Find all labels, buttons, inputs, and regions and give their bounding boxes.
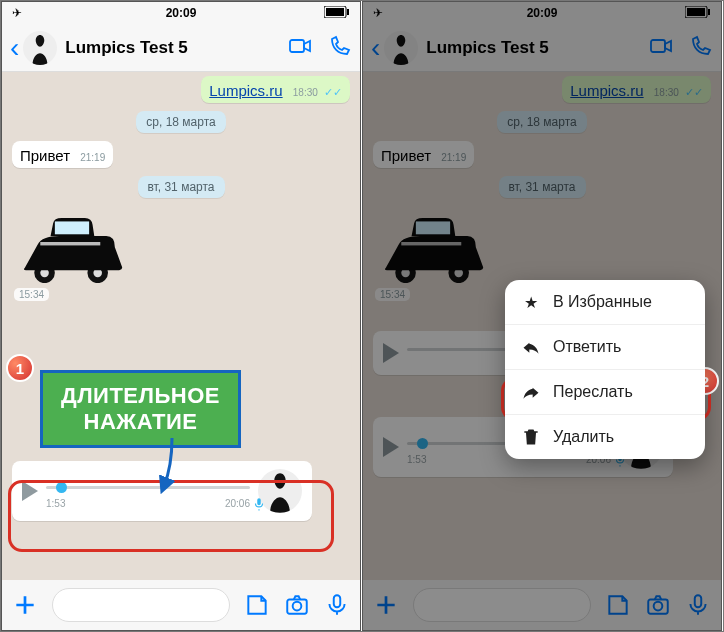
menu-item-forward[interactable]: Переслать	[505, 370, 705, 415]
play-icon[interactable]	[383, 343, 399, 363]
screenshot-step-1: ✈ 20:09 ‹ Lumpics Test 5 Lumpics.ru 18:3…	[1, 1, 361, 631]
status-time: 20:09	[2, 6, 360, 20]
trash-icon	[521, 427, 541, 447]
message-incoming[interactable]: Привет 21:19	[373, 141, 474, 168]
svg-rect-21	[416, 221, 450, 234]
voice-duration: 1:53	[407, 454, 426, 465]
annotation-callout: ДЛИТЕЛЬНОЕНАЖАТИЕ	[40, 370, 241, 448]
chat-input-bar	[2, 580, 360, 630]
back-button[interactable]: ‹	[10, 32, 19, 64]
message-outgoing[interactable]: Lumpics.ru 18:30 ✓✓	[201, 76, 350, 103]
message-time: 18:30	[654, 87, 679, 98]
message-time: 18:30	[293, 87, 318, 98]
svg-rect-8	[55, 221, 89, 234]
sticker-message[interactable]	[373, 206, 493, 286]
forward-icon	[521, 382, 541, 402]
message-text: Привет	[381, 147, 431, 164]
chat-header: ‹ Lumpics Test 5	[2, 24, 360, 72]
voice-call-button[interactable]	[328, 34, 352, 62]
svg-rect-9	[40, 242, 100, 245]
attach-button[interactable]	[12, 592, 38, 618]
star-icon: ★	[521, 292, 541, 312]
menu-label: Переслать	[553, 383, 633, 401]
status-time: 20:09	[363, 6, 721, 20]
message-outgoing[interactable]: Lumpics.ru 18:30 ✓✓	[562, 76, 711, 103]
read-receipt-icon: ✓✓	[324, 86, 342, 98]
screenshot-step-2: ✈ 20:09 ‹ Lumpics Test 5 Lumpics.ru 18:3…	[362, 1, 722, 631]
svg-point-24	[654, 602, 663, 611]
status-bar: ✈ 20:09	[2, 2, 360, 24]
svg-rect-25	[695, 595, 702, 607]
context-menu: ★ В Избранные Ответить Переслать Удалить	[505, 280, 705, 459]
date-separator: вт, 31 марта	[499, 176, 586, 198]
link-text[interactable]: Lumpics.ru	[570, 82, 643, 99]
message-text: Привет	[20, 147, 70, 164]
menu-label: Ответить	[553, 338, 621, 356]
menu-label: В Избранные	[553, 293, 652, 311]
message-input[interactable]	[413, 588, 591, 622]
reply-icon	[521, 337, 541, 357]
message-input[interactable]	[52, 588, 230, 622]
sticker-button[interactable]	[605, 592, 631, 618]
message-time: 21:19	[80, 152, 105, 163]
camera-button[interactable]	[645, 592, 671, 618]
message-time: 15:34	[375, 288, 410, 301]
chat-header: ‹ Lumpics Test 5	[363, 24, 721, 72]
svg-rect-3	[290, 40, 304, 52]
message-incoming[interactable]: Привет 21:19	[12, 141, 113, 168]
message-time: 15:34	[14, 288, 49, 301]
svg-rect-16	[651, 40, 665, 52]
svg-point-11	[293, 602, 302, 611]
contact-avatar[interactable]	[384, 31, 418, 65]
annotation-badge-1: 1	[6, 354, 34, 382]
menu-label: Удалить	[553, 428, 614, 446]
date-separator: вт, 31 марта	[138, 176, 225, 198]
video-call-button[interactable]	[288, 34, 312, 62]
sticker-button[interactable]	[244, 592, 270, 618]
svg-rect-22	[401, 242, 461, 245]
microphone-button[interactable]	[324, 592, 350, 618]
menu-item-delete[interactable]: Удалить	[505, 415, 705, 459]
back-button[interactable]: ‹	[371, 32, 380, 64]
annotation-arrow-icon	[152, 436, 192, 496]
menu-item-reply[interactable]: Ответить	[505, 325, 705, 370]
contact-avatar[interactable]	[23, 31, 57, 65]
camera-button[interactable]	[284, 592, 310, 618]
chat-input-bar	[363, 580, 721, 630]
play-icon[interactable]	[383, 437, 399, 457]
contact-name[interactable]: Lumpics Test 5	[65, 38, 288, 58]
date-separator: ср, 18 марта	[497, 111, 586, 133]
svg-rect-12	[334, 595, 341, 607]
microphone-button[interactable]	[685, 592, 711, 618]
status-bar: ✈ 20:09	[363, 2, 721, 24]
date-separator: ср, 18 марта	[136, 111, 225, 133]
message-time: 21:19	[441, 152, 466, 163]
read-receipt-icon: ✓✓	[685, 86, 703, 98]
menu-item-star[interactable]: ★ В Избранные	[505, 280, 705, 325]
contact-name[interactable]: Lumpics Test 5	[426, 38, 649, 58]
link-text[interactable]: Lumpics.ru	[209, 82, 282, 99]
attach-button[interactable]	[373, 592, 399, 618]
video-call-button[interactable]	[649, 34, 673, 62]
voice-call-button[interactable]	[689, 34, 713, 62]
sticker-message[interactable]	[12, 206, 132, 286]
